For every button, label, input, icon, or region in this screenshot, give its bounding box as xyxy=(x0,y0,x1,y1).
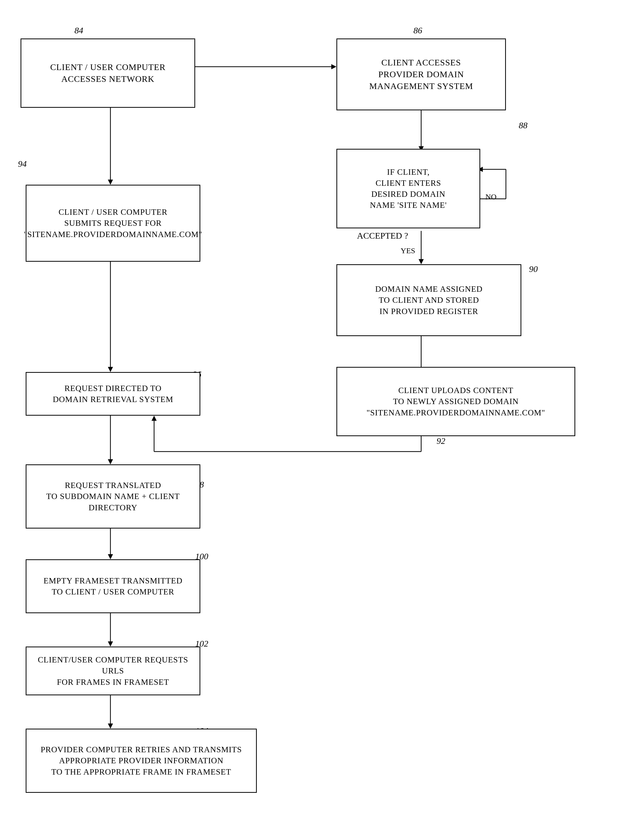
box-88-text: IF CLIENT, CLIENT ENTERS DESIRED DOMAIN … xyxy=(370,166,447,211)
box-84-text: CLIENT / USER COMPUTER ACCESSES NETWORK xyxy=(50,61,165,85)
box-86: CLIENT ACCESSES PROVIDER DOMAIN MANAGEME… xyxy=(336,38,506,111)
label-86: 86 xyxy=(413,26,422,35)
box-98: REQUEST TRANSLATED TO SUBDOMAIN NAME + C… xyxy=(26,464,200,529)
label-94: 94 xyxy=(18,159,27,169)
box-102-text: CLIENT/USER COMPUTER REQUESTS URLS FOR F… xyxy=(30,654,196,688)
label-92: 92 xyxy=(437,436,445,446)
box-88: IF CLIENT, CLIENT ENTERS DESIRED DOMAIN … xyxy=(336,149,480,228)
box-100: EMPTY FRAMESET TRANSMITTED TO CLIENT / U… xyxy=(26,559,200,613)
box-94-text: CLIENT / USER COMPUTER SUBMITS REQUEST F… xyxy=(24,207,202,240)
box-84: CLIENT / USER COMPUTER ACCESSES NETWORK xyxy=(21,38,195,108)
svg-marker-13 xyxy=(108,180,113,185)
box-96: REQUEST DIRECTED TO DOMAIN RETRIEVAL SYS… xyxy=(26,372,200,416)
svg-marker-15 xyxy=(108,367,113,372)
yes-label: YES xyxy=(401,246,415,255)
svg-marker-19 xyxy=(152,416,157,421)
box-90-text: DOMAIN NAME ASSIGNED TO CLIENT AND STORE… xyxy=(375,284,483,317)
box-104: PROVIDER COMPUTER RETRIES AND TRANSMITS … xyxy=(26,729,257,793)
accepted-question: ACCEPTED ? xyxy=(357,231,408,241)
box-90: DOMAIN NAME ASSIGNED TO CLIENT AND STORE… xyxy=(336,264,521,336)
box-86-text: CLIENT ACCESSES PROVIDER DOMAIN MANAGEME… xyxy=(369,57,473,92)
box-104-text: PROVIDER COMPUTER RETRIES AND TRANSMITS … xyxy=(41,744,242,777)
label-90: 90 xyxy=(529,264,538,274)
svg-marker-21 xyxy=(108,459,113,464)
svg-marker-27 xyxy=(108,723,113,729)
accepted-question-text: ACCEPTED ? xyxy=(357,231,408,240)
svg-marker-1 xyxy=(331,64,336,69)
box-96-text: REQUEST DIRECTED TO DOMAIN RETRIEVAL SYS… xyxy=(53,383,173,405)
box-100-text: EMPTY FRAMESET TRANSMITTED TO CLIENT / U… xyxy=(43,575,182,597)
diagram-container: 84 CLIENT / USER COMPUTER ACCESSES NETWO… xyxy=(0,0,632,840)
box-94: CLIENT / USER COMPUTER SUBMITS REQUEST F… xyxy=(26,185,200,262)
label-88: 88 xyxy=(519,121,527,130)
box-92-text: CLIENT UPLOADS CONTENT TO NEWLY ASSIGNED… xyxy=(366,385,545,418)
svg-marker-23 xyxy=(108,554,113,559)
box-92: CLIENT UPLOADS CONTENT TO NEWLY ASSIGNED… xyxy=(336,367,575,436)
svg-marker-9 xyxy=(418,259,424,264)
svg-marker-25 xyxy=(108,641,113,647)
no-label-text: NO xyxy=(485,193,496,201)
yes-label-text: YES xyxy=(401,246,415,255)
box-102: CLIENT/USER COMPUTER REQUESTS URLS FOR F… xyxy=(26,647,200,695)
label-84: 84 xyxy=(74,26,83,35)
no-label: NO xyxy=(485,193,496,201)
box-98-text: REQUEST TRANSLATED TO SUBDOMAIN NAME + C… xyxy=(46,480,180,513)
